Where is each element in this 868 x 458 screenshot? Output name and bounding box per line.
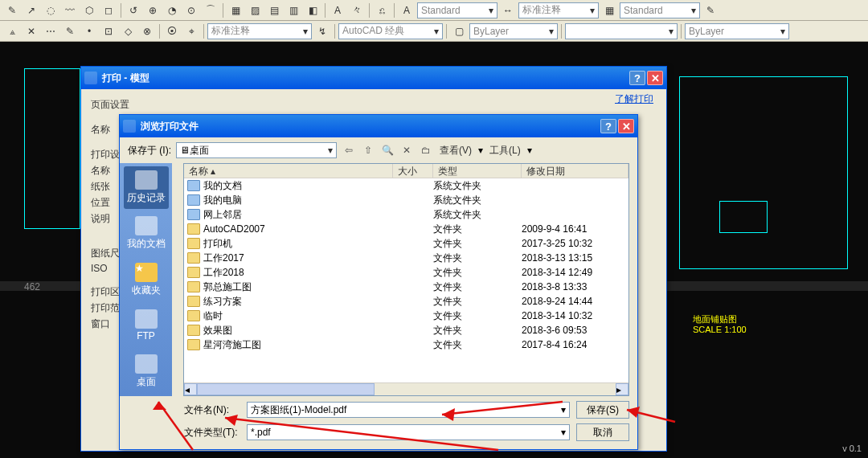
file-row[interactable]: 星河湾施工图 文件夹 2017-8-4 16:24 xyxy=(184,337,628,352)
place-favorites[interactable]: ★收藏夹 xyxy=(124,258,169,301)
place-history[interactable]: 历史记录 xyxy=(124,166,169,209)
scroll-right-icon[interactable]: ▸ xyxy=(616,383,628,395)
tool-icon[interactable]: ✎ xyxy=(3,2,21,19)
col-date[interactable]: 修改日期 xyxy=(522,164,628,178)
combo-c[interactable]: ByLayer▾ xyxy=(469,23,558,39)
view-menu[interactable]: 查看(V) xyxy=(438,144,473,157)
scroll-left-icon[interactable]: ◂ xyxy=(184,383,197,395)
tool-icon[interactable]: ✕ xyxy=(23,22,40,40)
file-row[interactable]: 效果图 文件夹 2018-3-6 09:53 xyxy=(184,323,628,337)
file-row[interactable]: 工作2018 文件夹 2018-3-14 12:49 xyxy=(184,265,628,280)
tool-icon[interactable]: ✎ xyxy=(702,2,719,19)
tool-icon[interactable]: ⊙ xyxy=(182,2,200,19)
separator xyxy=(394,3,395,18)
tool-icon[interactable]: ↗ xyxy=(23,2,40,19)
file-row[interactable]: 网上邻居 系统文件夹 xyxy=(184,207,628,222)
combo-tablestyle[interactable]: Standard▾ xyxy=(620,2,700,18)
tool-icon[interactable]: ▥ xyxy=(285,2,302,19)
search-icon[interactable]: 🔍 xyxy=(380,143,395,157)
file-row[interactable]: 练习方案 文件夹 2018-9-24 14:44 xyxy=(184,294,628,309)
tools-menu[interactable]: 工具(L) xyxy=(488,144,522,157)
tool-icon[interactable]: ⟁ xyxy=(3,22,21,40)
tool-icon[interactable]: ⊗ xyxy=(138,22,156,40)
file-name: AutoCAD2007 xyxy=(203,223,393,235)
horizontal-scrollbar[interactable]: ◂ ▸ xyxy=(184,382,628,395)
combo-textstyle[interactable]: Standard▾ xyxy=(417,2,497,18)
save-in-combo[interactable]: 🖥 桌面 ▾ xyxy=(176,142,337,158)
combo-dimstyle[interactable]: 标准注释▾ xyxy=(518,2,599,18)
help-button[interactable]: ? xyxy=(600,119,616,133)
table-style-icon[interactable]: ▦ xyxy=(600,2,618,19)
col-type[interactable]: 类型 xyxy=(433,164,522,178)
col-name[interactable]: 名称 ▴ xyxy=(184,164,393,178)
delete-icon[interactable]: ✕ xyxy=(399,143,414,157)
file-date: 2018-3-6 09:53 xyxy=(522,325,628,336)
tool-icon[interactable]: 〰 xyxy=(61,2,79,19)
tool-icon[interactable]: ⌖ xyxy=(182,22,200,40)
file-row[interactable]: 打印机 文件夹 2017-3-25 10:32 xyxy=(184,236,628,251)
file-row[interactable]: 我的电脑 系统文件夹 xyxy=(184,193,628,207)
file-date: 2018-3-13 13:15 xyxy=(522,252,628,264)
place-desktop[interactable]: 桌面 xyxy=(124,350,169,393)
back-icon[interactable]: ⇦ xyxy=(342,143,356,157)
dim-style-icon[interactable]: ↔ xyxy=(499,2,517,19)
tool-icon[interactable]: 々 xyxy=(348,2,366,19)
place-ftp[interactable]: FTP xyxy=(124,305,169,347)
save-button[interactable]: 保存(S) xyxy=(576,401,629,419)
separator xyxy=(223,3,223,18)
file-row[interactable]: 工作2017 文件夹 2018-3-13 13:15 xyxy=(184,251,628,265)
tool-icon[interactable]: ▤ xyxy=(265,2,283,19)
close-button[interactable]: ✕ xyxy=(647,71,663,85)
filename-label: 文件名(N): xyxy=(184,403,240,417)
tool-icon[interactable]: A xyxy=(329,2,346,19)
file-row[interactable]: 我的文档 系统文件夹 xyxy=(184,178,628,193)
file-row[interactable]: 郭总施工图 文件夹 2018-3-8 13:33 xyxy=(184,280,628,294)
tool-icon[interactable]: ▨ xyxy=(246,2,264,19)
tool-icon[interactable]: ↯ xyxy=(313,22,331,40)
close-button[interactable]: ✕ xyxy=(618,119,634,133)
tool-icon[interactable]: ◇ xyxy=(119,22,137,40)
tool-icon[interactable]: ◌ xyxy=(42,2,59,19)
filename-input[interactable]: 方案图纸(1)-Model.pdf▾ xyxy=(247,402,570,418)
tool-icon[interactable]: ◻ xyxy=(100,2,117,19)
combo-b[interactable]: AutoCAD 经典▾ xyxy=(338,23,443,39)
cancel-button[interactable]: 取消 xyxy=(576,423,629,441)
folder-icon xyxy=(187,325,200,336)
tool-icon[interactable]: ⦿ xyxy=(163,22,181,40)
combo-a[interactable]: 标准注释▾ xyxy=(207,23,312,39)
file-type: 系统文件夹 xyxy=(433,208,522,222)
file-name: 练习方案 xyxy=(203,295,393,309)
file-type: 文件夹 xyxy=(433,223,522,236)
tool-icon[interactable]: ◧ xyxy=(304,2,321,19)
file-date: 2018-9-24 14:44 xyxy=(522,296,628,307)
tool-icon[interactable]: ◔ xyxy=(163,2,181,19)
text-style-icon[interactable]: A xyxy=(398,2,416,19)
tool-icon[interactable]: ▦ xyxy=(227,2,244,19)
scroll-thumb[interactable] xyxy=(197,383,375,395)
file-row[interactable]: 临时 文件夹 2018-3-14 10:32 xyxy=(184,309,628,323)
learn-print-link[interactable]: 了解打印 xyxy=(615,92,653,106)
tool-icon[interactable]: ↺ xyxy=(125,2,142,19)
print-dialog-titlebar[interactable]: 打印 - 模型 ? ✕ xyxy=(81,67,666,89)
up-icon[interactable]: ⇧ xyxy=(361,143,375,157)
combo-e[interactable]: ByLayer▾ xyxy=(685,23,789,39)
file-row[interactable]: AutoCAD2007 文件夹 2009-9-4 16:41 xyxy=(184,222,628,236)
tool-icon[interactable]: ⊕ xyxy=(144,2,162,19)
place-documents[interactable]: 我的文档 xyxy=(124,212,169,255)
filetype-input[interactable]: *.pdf▾ xyxy=(247,424,570,440)
file-list[interactable]: 我的文档 系统文件夹 我的电脑 系统文件夹 网上邻居 系统文件夹 AutoCAD… xyxy=(184,178,628,382)
color-swatch[interactable]: ▢ xyxy=(450,22,468,40)
tool-icon[interactable]: ⋯ xyxy=(42,22,59,40)
tool-icon[interactable]: ⬡ xyxy=(80,2,98,19)
tool-icon[interactable]: ✎ xyxy=(61,22,79,40)
chevron-down-icon: ▾ xyxy=(527,145,532,156)
tool-icon[interactable]: • xyxy=(80,22,98,40)
new-folder-icon[interactable]: 🗀 xyxy=(419,143,433,157)
combo-d[interactable]: ▾ xyxy=(565,23,678,39)
help-button[interactable]: ? xyxy=(629,71,645,85)
browse-dialog-titlebar[interactable]: 浏览打印文件 ? ✕ xyxy=(120,115,637,137)
tool-icon[interactable]: ⎌ xyxy=(373,2,391,19)
tool-icon[interactable]: ⊡ xyxy=(100,22,117,40)
col-size[interactable]: 大小 xyxy=(393,164,433,178)
tool-icon[interactable]: ⌒ xyxy=(202,2,219,19)
